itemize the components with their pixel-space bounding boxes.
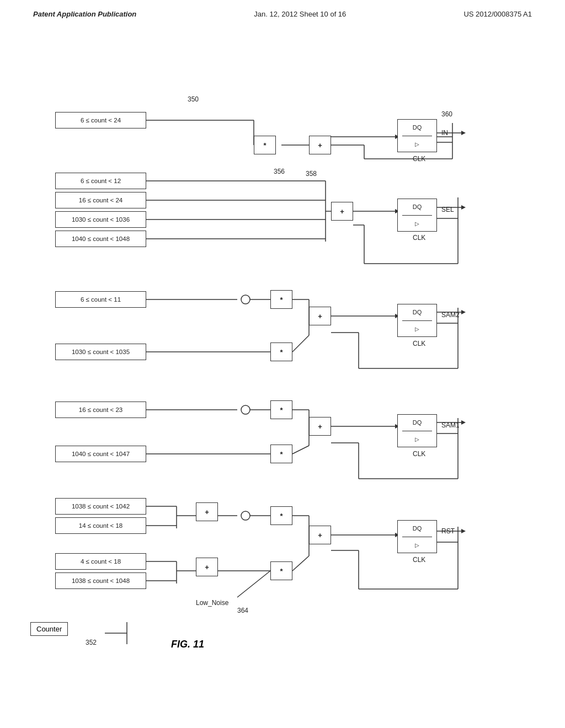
svg-line-87 <box>237 571 270 597</box>
condition-box-c9: 1040 ≤ count < 1047 <box>55 446 146 462</box>
svg-point-46 <box>241 405 250 414</box>
dff1-d-label: D <box>413 124 417 131</box>
figure-label: FIG. 11 <box>171 639 204 650</box>
svg-line-50 <box>292 446 309 454</box>
condition-box-c10: 1038 ≤ count < 1042 <box>55 498 146 515</box>
dff3-d-label: D <box>413 309 417 315</box>
dff5-d-label: D <box>413 525 417 532</box>
condition-box-c4: 1030 ≤ count < 1036 <box>55 211 146 228</box>
ref-364: 364 <box>237 607 248 614</box>
dff5-out-label: RST <box>441 527 455 535</box>
condition-box-c3: 16 ≤ count < 24 <box>55 192 146 208</box>
condition-box-c7: 1030 ≤ count < 1035 <box>55 344 146 360</box>
ref-360: 360 <box>441 110 452 118</box>
mult-box-8: * <box>270 561 292 580</box>
dff4-clk-triangle: ▷ <box>415 436 419 442</box>
counter-box: Counter <box>30 622 68 636</box>
mult-box-7: * <box>270 506 292 525</box>
dff4-q-label: Q <box>417 419 422 426</box>
ref-350: 350 <box>188 95 199 103</box>
dff-sam1: D Q ▷ <box>397 414 437 447</box>
header-date-sheet: Jan. 12, 2012 Sheet 10 of 16 <box>254 10 346 18</box>
mult-box-5: * <box>270 400 292 419</box>
condition-box-c11: 14 ≤ count < 18 <box>55 517 146 534</box>
dff1-out-label: IN <box>441 129 448 137</box>
svg-line-33 <box>292 335 309 352</box>
dff3-clk-triangle: ▷ <box>415 326 419 332</box>
page-header: Patent Application Publication Jan. 12, … <box>0 0 565 24</box>
dff2-q-label: Q <box>417 204 422 210</box>
dff4-clk-label: CLK <box>413 450 425 458</box>
dff1-clk-label: CLK <box>413 155 425 163</box>
condition-box-c2: 6 ≤ count < 12 <box>55 173 146 189</box>
condition-box-c12: 4 ≤ count < 18 <box>55 553 146 570</box>
dff1-clk-triangle: ▷ <box>415 141 419 147</box>
diagram-area: 350 6 ≤ count < 24 6 ≤ count < 12 16 ≤ c… <box>0 26 565 705</box>
condition-box-c1: 6 ≤ count < 24 <box>55 112 146 129</box>
adder-box-7: + <box>309 526 331 544</box>
adder-box-1: + <box>309 136 331 154</box>
dff2-clk-triangle: ▷ <box>415 221 419 227</box>
dff3-out-label: SAM2 <box>441 311 460 319</box>
dff-sel: D Q ▷ <box>397 199 437 232</box>
svg-marker-39 <box>461 310 466 314</box>
dff4-d-label: D <box>413 419 417 426</box>
ref-356: 356 <box>274 168 285 175</box>
dff4-out-label: SAM1 <box>441 421 460 429</box>
svg-point-67 <box>241 511 250 520</box>
adder-box-2: + <box>331 202 353 221</box>
adder-box-4: + <box>309 417 331 436</box>
adder-box-5: + <box>196 502 218 521</box>
dff5-q-label: Q <box>417 525 422 532</box>
dff-rst: D Q ▷ <box>397 520 437 553</box>
condition-box-c5: 1040 ≤ count < 1048 <box>55 231 146 247</box>
dff2-out-label: SEL <box>441 206 454 213</box>
mult-box-1: * <box>254 136 276 154</box>
dff2-clk-label: CLK <box>413 234 425 242</box>
svg-marker-7 <box>461 131 466 135</box>
mult-box-4: * <box>270 342 292 361</box>
dff-sam2: D Q ▷ <box>397 304 437 337</box>
header-patent-num: US 2012/0008375 A1 <box>463 10 532 18</box>
adder-box-3: + <box>309 307 331 325</box>
svg-marker-56 <box>461 420 466 425</box>
mult-box-3: * <box>270 290 292 309</box>
condition-box-c13: 1038 ≤ count < 1048 <box>55 572 146 589</box>
condition-box-c8: 16 ≤ count < 23 <box>55 402 146 418</box>
header-publication: Patent Application Publication <box>33 10 136 18</box>
svg-point-29 <box>241 295 250 304</box>
dff-in: D Q ▷ <box>397 119 437 152</box>
dff3-q-label: Q <box>417 309 422 315</box>
ref-358: 358 <box>306 170 317 178</box>
dff3-clk-label: CLK <box>413 340 425 347</box>
condition-box-c6: 6 ≤ count < 11 <box>55 291 146 308</box>
ref-352: 352 <box>86 639 97 646</box>
svg-marker-81 <box>461 529 466 533</box>
svg-marker-22 <box>461 205 466 210</box>
svg-line-75 <box>292 556 309 571</box>
adder-box-6: + <box>196 558 218 576</box>
mult-box-6: * <box>270 445 292 463</box>
low-noise-label: Low_Noise <box>196 599 228 607</box>
dff1-q-label: Q <box>417 124 422 131</box>
dff5-clk-triangle: ▷ <box>415 542 419 548</box>
dff5-clk-label: CLK <box>413 556 425 564</box>
dff2-d-label: D <box>413 204 417 210</box>
